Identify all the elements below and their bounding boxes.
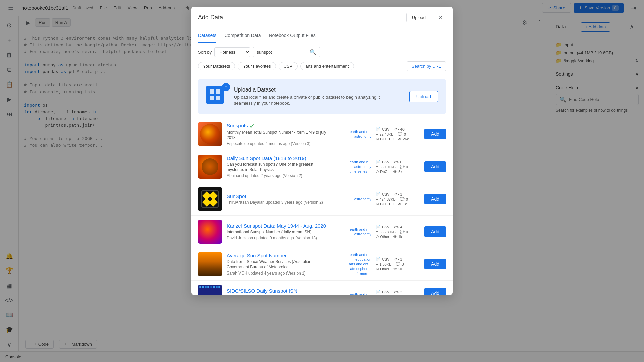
dataset-tags-sunspots: earth and n... astronomy (334, 130, 371, 138)
eye-icon-k: 👁 (393, 235, 397, 239)
upload-arrow-icon: ↑ (222, 83, 230, 91)
dataset-name-sidc[interactable]: SIDC/SILSO Daily Sunspot ISN (227, 288, 330, 294)
filter-bar: Sort by Hotness Most Votes Newest Oldest… (191, 43, 453, 61)
stat-format-a: 📄CSV </>1 (376, 257, 420, 261)
dataset-meta-sunspot: ThiruArasan Dayalan updated 3 years ago … (227, 200, 330, 205)
stat-license: © CC0 1.0 👁 26k (376, 137, 420, 141)
dataset-stats-sunspot: 📄CSV </>1 ≡424.37KB 💬0 ©CC0 1.0 👁1k (376, 192, 420, 206)
dataset-list: Sunspots ✓ Monthly Mean Total Sunspot Nu… (191, 118, 453, 295)
tag-arts-a[interactable]: arts and ent... (349, 262, 371, 266)
tag-earth-si[interactable]: earth and n... (350, 292, 371, 295)
dataset-stats-sunspots: 📄 CSV </> 46 ≡ 22.43KB 💬 0 © CC0 1.0 (376, 127, 420, 141)
dataset-thumb-average (198, 252, 222, 276)
header-upload-button[interactable]: Upload (406, 13, 431, 22)
dataset-name-row: Sunspots ✓ (227, 122, 330, 130)
stat-license-d: ©DbCL 👁5k (376, 170, 420, 174)
eye-icon: 👁 (398, 137, 401, 141)
dataset-info-average: Average Sun Spot Number Data from: Space… (227, 253, 330, 276)
add-button-sunspots[interactable]: Add (424, 129, 446, 139)
stat-format-k: 📄CSV </>4 (376, 225, 420, 229)
stat-size-k: ≡336.89KB 💬0 (376, 230, 420, 234)
license-icon-a: © (376, 267, 379, 271)
dataset-thumb-sunspot (198, 187, 222, 211)
tag-atm-a[interactable]: atmospheri... (350, 267, 371, 271)
license-icon-k: © (376, 235, 379, 239)
modal-header: Add Data Upload × (191, 7, 453, 28)
dataset-name-daily[interactable]: Daily Sun Spot Data (1818 to 2019) (227, 155, 330, 161)
file-icon-s: 📄 (376, 192, 381, 196)
stat-license-k: ©Other 👁1k (376, 235, 420, 239)
dataset-item-daily: Daily Sun Spot Data (1818 to 2019) Can y… (191, 150, 453, 183)
stat-license-a: ©Other 👁2k (376, 267, 420, 271)
sort-select[interactable]: Hotness Most Votes Newest Oldest (214, 47, 250, 57)
dataset-stats-daily: 📄CSV </>6 ≡680.91KB 💬0 ©DbCL 👁5k (376, 160, 420, 174)
chip-arts[interactable]: arts and entertainment (300, 62, 354, 70)
size-icon-d: ≡ (376, 165, 378, 169)
comment-icon-si: 💬 (400, 295, 405, 295)
code-icon-a: </> (394, 257, 399, 261)
code-icon-k: </> (394, 225, 399, 229)
dataset-stats-sidc: 📄CSV </>2 ≡538.49KB 💬0 ©Other 👁509 (376, 290, 420, 295)
tag-astronomy-3[interactable]: astronomy (354, 197, 371, 201)
svg-rect-2 (210, 96, 214, 100)
modal-title: Add Data (198, 14, 223, 21)
tag-earth-2[interactable]: earth and n... (350, 160, 371, 164)
tag-earth[interactable]: earth and n... (350, 130, 371, 134)
dataset-desc-sidc: Sunspot Data for Jan. 1818 - July 2020 (227, 295, 330, 295)
tab-notebook-output[interactable]: Notebook Output Files (269, 28, 315, 43)
dataset-tags-sidc: earth and n... astronomy (334, 292, 371, 295)
stat-size: ≡ 22.43KB 💬 0 (376, 132, 420, 136)
tag-more-a[interactable]: + 1 more... (354, 272, 371, 276)
comment-icon-d: 💬 (400, 165, 405, 169)
dataset-tags-kanzel: earth and n... astronomy (334, 227, 371, 236)
code-icon-stat: </> (394, 127, 399, 131)
add-button-average[interactable]: Add (424, 259, 446, 269)
tag-astronomy-k[interactable]: astronomy (354, 232, 371, 236)
dataset-name-kanzel[interactable]: Kanzel Sunspot Data: May 1944 - Aug. 202… (227, 223, 330, 229)
chip-your-datasets[interactable]: Your Datasets (198, 62, 235, 70)
tag-education-a[interactable]: education (355, 257, 371, 261)
tag-earth-k[interactable]: earth and n... (350, 227, 371, 231)
tag-timeseries[interactable]: time series ... (350, 169, 371, 173)
tab-competition-data[interactable]: Competition Data (224, 28, 261, 43)
dataset-thumb-sidc (198, 285, 222, 295)
dataset-meta-kanzel: David Jackson updated 9 months ago (Vers… (227, 236, 330, 240)
dataset-info-sidc: SIDC/SILSO Daily Sunspot ISN Sunspot Dat… (227, 288, 330, 295)
tag-astronomy-2[interactable]: astronomy (354, 165, 371, 169)
stat-size-s: ≡424.37KB 💬0 (376, 197, 420, 201)
search-input[interactable] (257, 50, 310, 55)
upload-grid-icon (206, 86, 224, 104)
dataset-item-kanzel: Kanzel Sunspot Data: May 1944 - Aug. 202… (191, 216, 453, 248)
tag-earth-a[interactable]: earth and n... (350, 253, 371, 257)
modal-overlay[interactable]: Add Data Upload × Datasets Competition D… (0, 0, 644, 362)
stat-format-d: 📄CSV </>6 (376, 160, 420, 164)
add-data-modal: Add Data Upload × Datasets Competition D… (191, 7, 453, 295)
dataset-name-average[interactable]: Average Sun Spot Number (227, 253, 330, 258)
comment-icon-k: 💬 (400, 230, 405, 234)
dataset-info-sunspots: Sunspots ✓ Monthly Mean Total Sunspot Nu… (227, 122, 330, 146)
chip-csv[interactable]: CSV (279, 62, 298, 70)
tab-datasets[interactable]: Datasets (198, 28, 216, 43)
tag-astronomy[interactable]: astronomy (354, 134, 371, 138)
dataset-info-kanzel: Kanzel Sunspot Data: May 1944 - Aug. 202… (227, 223, 330, 241)
dataset-info-sunspot: SunSpot ThiruArasan Dayalan updated 3 ye… (227, 193, 330, 205)
upload-area-button[interactable]: Upload (409, 91, 438, 102)
eye-icon-s: 👁 (398, 202, 401, 206)
comment-icon-a: 💬 (396, 262, 400, 266)
dataset-desc-daily: Can you forecast sun spots? One of the g… (227, 162, 330, 172)
search-box[interactable]: 🔍 (253, 47, 320, 57)
chip-your-favorites[interactable]: Your Favorites (238, 62, 276, 70)
close-modal-button[interactable]: × (435, 12, 446, 23)
size-icon-s: ≡ (376, 197, 378, 201)
add-button-kanzel[interactable]: Add (424, 226, 446, 237)
dataset-name-sunspot[interactable]: SunSpot (227, 193, 330, 199)
search-by-url-button[interactable]: Search by URL (407, 61, 446, 71)
dataset-name-sunspots[interactable]: Sunspots (227, 123, 248, 128)
add-button-sidc[interactable]: Add (424, 288, 446, 295)
add-button-sunspot[interactable]: Add (424, 194, 446, 204)
search-icon: 🔍 (310, 49, 316, 55)
dataset-stats-average: 📄CSV </>1 ≡1.56KB 💬0 ©Other 👁2k (376, 257, 420, 271)
add-button-daily[interactable]: Add (424, 161, 446, 172)
checkmark-icon: ✓ (249, 122, 255, 130)
svg-rect-0 (210, 89, 214, 94)
